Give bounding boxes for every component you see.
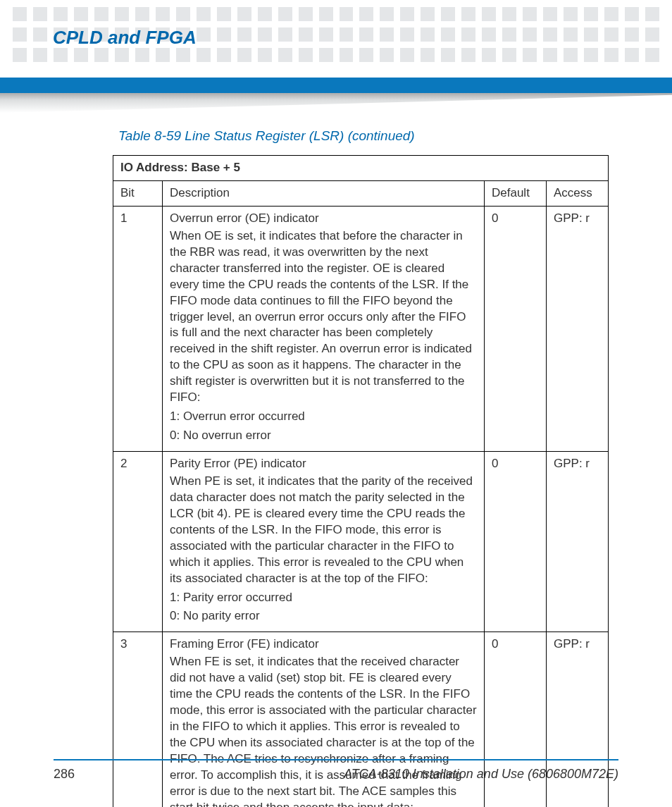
default-cell: 0 (485, 452, 547, 632)
desc-title: Overrun error (OE) indicator (170, 211, 477, 227)
page-number: 286 (54, 767, 75, 782)
table-row: 2 Parity Error (PE) indicator When PE is… (113, 452, 609, 632)
desc-body: When FE is set, it indicates that the re… (170, 654, 477, 807)
table-caption: Table 8-59 Line Status Register (LSR) (c… (118, 128, 609, 144)
desc-value-1: 1: Overrun error occurred (170, 409, 477, 425)
footer-rule (54, 759, 618, 760)
desc-cell: Parity Error (PE) indicator When PE is s… (163, 452, 485, 632)
default-cell: 0 (485, 206, 547, 451)
desc-body: When OE is set, it indicates that before… (170, 228, 477, 406)
table-row: 1 Overrun error (OE) indicator When OE i… (113, 206, 609, 451)
col-bit: Bit (113, 180, 163, 206)
bit-cell: 2 (113, 452, 163, 632)
col-desc: Description (163, 180, 485, 206)
col-default: Default (485, 180, 547, 206)
table-header-columns: Bit Description Default Access (113, 180, 609, 206)
document-id: ATCA-8310 Installation and Use (6806800M… (344, 767, 618, 782)
io-address-cell: IO Address: Base + 5 (113, 156, 609, 181)
access-cell: GPP: r (547, 452, 609, 632)
col-access: Access (547, 180, 609, 206)
content-area: Table 8-59 Line Status Register (LSR) (c… (113, 128, 609, 807)
desc-value-1: 1: Parity error occurred (170, 590, 477, 606)
desc-cell: Overrun error (OE) indicator When OE is … (163, 206, 485, 451)
header-rule (0, 78, 672, 93)
desc-value-0: 0: No overrun error (170, 428, 477, 444)
table-header-address: IO Address: Base + 5 (113, 156, 609, 181)
desc-title: Framing Error (FE) indicator (170, 636, 477, 653)
bit-cell: 3 (113, 632, 163, 807)
register-table: IO Address: Base + 5 Bit Description Def… (113, 155, 609, 807)
page: CPLD and FPGA Table 8-59 Line Status Reg… (0, 0, 672, 807)
desc-body: When PE is set, it indicates that the pa… (170, 474, 477, 587)
chapter-title: CPLD and FPGA (53, 27, 197, 49)
access-cell: GPP: r (547, 206, 609, 451)
header-shadow (0, 93, 672, 113)
bit-cell: 1 (113, 206, 163, 451)
desc-title: Parity Error (PE) indicator (170, 456, 477, 472)
desc-value-0: 0: No parity error (170, 608, 477, 624)
